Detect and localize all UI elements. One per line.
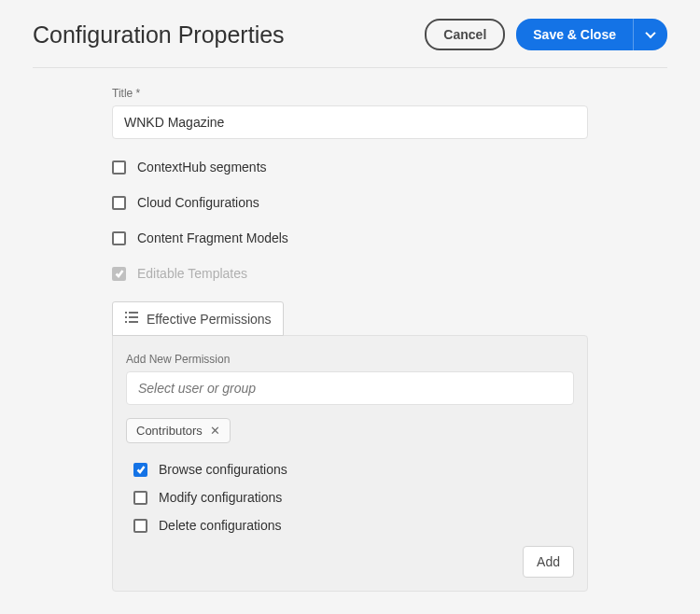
checkbox-label: Editable Templates <box>137 266 247 281</box>
check-icon <box>115 269 124 278</box>
tab-label: Effective Permissions <box>147 312 272 327</box>
checkbox-modify-configurations[interactable] <box>133 491 147 505</box>
tag-contributors: Contributors ✕ <box>126 418 231 443</box>
checkbox-cloud-configurations[interactable] <box>112 196 126 210</box>
cancel-button[interactable]: Cancel <box>425 19 505 50</box>
select-user-group-input[interactable] <box>126 371 574 405</box>
checkbox-content-fragment-models[interactable] <box>112 231 126 245</box>
svg-rect-5 <box>129 321 138 323</box>
title-label: Title * <box>112 87 623 100</box>
permission-label: Browse configurations <box>159 462 287 477</box>
checkbox-label: Cloud Configurations <box>137 195 259 210</box>
permission-label: Delete configurations <box>159 518 282 533</box>
checkbox-label: Content Fragment Models <box>137 230 288 245</box>
add-permission-label: Add New Permission <box>126 353 574 366</box>
effective-permissions-tab[interactable]: Effective Permissions <box>112 301 284 336</box>
page-title: Configuration Properties <box>33 21 285 49</box>
tag-remove-icon[interactable]: ✕ <box>210 425 220 437</box>
tag-label: Contributors <box>136 424 203 438</box>
svg-rect-4 <box>125 321 127 323</box>
list-icon <box>124 310 139 328</box>
checkbox-delete-configurations[interactable] <box>133 519 147 533</box>
save-dropdown-button[interactable] <box>633 19 667 50</box>
add-button[interactable]: Add <box>523 546 574 578</box>
checkbox-contexthub-segments[interactable] <box>112 160 126 174</box>
svg-rect-1 <box>129 312 138 314</box>
permissions-panel: Add New Permission Contributors ✕ Browse… <box>112 335 588 592</box>
check-icon <box>136 465 146 474</box>
save-close-button[interactable]: Save & Close <box>516 19 633 50</box>
checkbox-editable-templates <box>112 267 126 281</box>
title-input[interactable] <box>112 105 588 139</box>
checkbox-label: ContextHub segments <box>137 160 267 174</box>
chevron-down-icon <box>645 28 655 38</box>
checkbox-browse-configurations[interactable] <box>133 463 147 477</box>
permission-label: Modify configurations <box>159 490 282 505</box>
svg-rect-2 <box>125 316 127 318</box>
svg-rect-3 <box>129 316 138 318</box>
svg-rect-0 <box>125 312 127 314</box>
